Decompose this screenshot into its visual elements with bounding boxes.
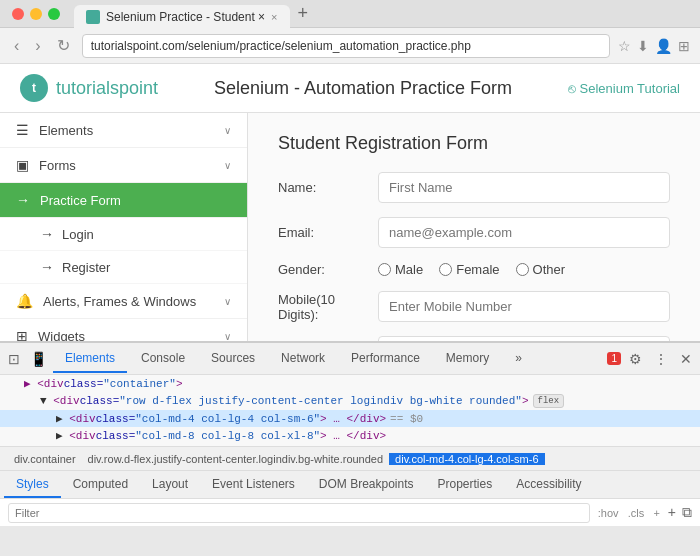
extensions-icon[interactable]: ⊞ — [678, 38, 690, 54]
tab-performance[interactable]: Performance — [339, 345, 432, 373]
breadcrumb-bar: div.container div.row.d-flex.justify-con… — [0, 446, 700, 470]
dollar-eq-badge: == $0 — [390, 413, 423, 425]
tab-elements[interactable]: Elements — [53, 345, 127, 373]
html-tag: <div — [69, 413, 95, 425]
expand-icon: ▶ — [56, 429, 63, 442]
code-line-1[interactable]: ▶ <div class= "container" > — [0, 375, 700, 392]
sidebar-label-forms: Forms — [39, 158, 76, 173]
html-tag: > — [176, 378, 183, 390]
gender-other-radio[interactable] — [516, 263, 529, 276]
close-button[interactable] — [12, 8, 24, 20]
add-rule-icon[interactable]: + — [668, 504, 676, 521]
mobile-input[interactable] — [378, 291, 670, 322]
logo-area: t tutorialspoint — [20, 74, 158, 102]
gender-other-label[interactable]: Other — [516, 262, 566, 277]
tab-favicon — [86, 10, 100, 24]
gender-male-radio[interactable] — [378, 263, 391, 276]
code-line-4[interactable]: ▶ <div class= "col-md-8 col-lg-8 col-xl-… — [0, 427, 700, 444]
browser-tab[interactable]: Selenium Practice - Student × × — [74, 5, 290, 29]
breadcrumb-item-col[interactable]: div.col-md-4.col-lg-4.col-sm-6 — [389, 453, 544, 465]
forward-button[interactable]: › — [31, 35, 44, 57]
back-button[interactable]: ‹ — [10, 35, 23, 57]
name-input[interactable] — [378, 172, 670, 203]
reload-button[interactable]: ↻ — [53, 34, 74, 57]
url-input[interactable] — [82, 34, 610, 58]
tab-console[interactable]: Console — [129, 345, 197, 373]
tab-dom-breakpoints[interactable]: DOM Breakpoints — [307, 472, 426, 498]
main-content: ☰ Elements ∨ ▣ Forms ∨ → Practice Form — [0, 113, 700, 341]
profile-icon[interactable]: 👤 — [655, 38, 672, 54]
address-icons: ☆ ⬇ 👤 ⊞ — [618, 38, 690, 54]
code-line-2[interactable]: ▼ <div class= "row d-flex justify-conten… — [0, 392, 700, 410]
tab-sources[interactable]: Sources — [199, 345, 267, 373]
filter-bar: :hov .cls + + ⧉ — [0, 498, 700, 526]
copy-icon[interactable]: ⧉ — [682, 504, 692, 521]
arrow-icon: → — [40, 259, 54, 275]
tab-close-button[interactable]: × — [271, 11, 277, 23]
html-attr: class= — [80, 395, 120, 407]
gender-female-radio[interactable] — [439, 263, 452, 276]
form-row-name: Name: — [278, 172, 670, 203]
selenium-tutorial-link[interactable]: ⎋ Selenium Tutorial — [568, 81, 680, 96]
inspect-element-icon[interactable]: ⊡ — [4, 347, 24, 371]
breadcrumb-item-row[interactable]: div.row.d-flex.justify-content-center.lo… — [82, 453, 390, 465]
form-row-gender: Gender: Male Female Other — [278, 262, 670, 277]
sidebar-item-elements[interactable]: ☰ Elements ∨ — [0, 113, 247, 148]
sidebar-item-forms[interactable]: ▣ Forms ∨ — [0, 148, 247, 183]
form-title: Student Registration Form — [278, 133, 670, 154]
tab-more[interactable]: » — [503, 345, 534, 373]
sidebar-label-alerts: Alerts, Frames & Windows — [43, 294, 196, 309]
flex-badge: flex — [533, 394, 565, 408]
tab-event-listeners[interactable]: Event Listeners — [200, 472, 307, 498]
filter-icons: + ⧉ — [668, 504, 692, 521]
html-tag: <div — [37, 378, 63, 390]
tab-network[interactable]: Network — [269, 345, 337, 373]
devtools-code-area: ▶ <div class= "container" > ▼ <div class… — [0, 375, 700, 446]
tab-properties[interactable]: Properties — [426, 472, 505, 498]
sidebar-item-alerts[interactable]: 🔔 Alerts, Frames & Windows ∨ — [0, 284, 247, 319]
html-tag: <div — [53, 395, 79, 407]
sidebar-label-login: Login — [62, 227, 94, 242]
tab-styles[interactable]: Styles — [4, 472, 61, 498]
sidebar-item-widgets[interactable]: ⊞ Widgets ∨ — [0, 319, 247, 341]
close-devtools-icon[interactable]: ✕ — [676, 347, 696, 371]
device-toolbar-icon[interactable]: 📱 — [26, 347, 51, 371]
html-val: "container" — [103, 378, 176, 390]
logo-initial: t — [32, 81, 36, 95]
chevron-down-icon: ∨ — [224, 125, 231, 136]
html-attr: class= — [96, 430, 136, 442]
devtools-panel: ⊡ 📱 Elements Console Sources Network Per… — [0, 341, 700, 526]
html-val: "col-md-8 col-lg-8 col-xl-8" — [135, 430, 320, 442]
maximize-button[interactable] — [48, 8, 60, 20]
sidebar-item-register[interactable]: → Register — [0, 251, 247, 284]
html-tag: > … </div> — [320, 413, 386, 425]
sidebar-label-practice-form: Practice Form — [40, 193, 121, 208]
sidebar-label-widgets: Widgets — [38, 329, 85, 342]
settings-icon[interactable]: ⚙ — [625, 347, 646, 371]
email-input[interactable] — [378, 217, 670, 248]
sidebar-item-practice-form[interactable]: → Practice Form — [0, 183, 247, 218]
download-icon[interactable]: ⬇ — [637, 38, 649, 54]
chevron-down-icon: ∨ — [224, 331, 231, 342]
tab-accessibility[interactable]: Accessibility — [504, 472, 593, 498]
tab-layout[interactable]: Layout — [140, 472, 200, 498]
bookmark-icon[interactable]: ☆ — [618, 38, 631, 54]
tab-computed[interactable]: Computed — [61, 472, 140, 498]
gender-male-label[interactable]: Male — [378, 262, 423, 277]
chevron-down-icon: ∨ — [224, 296, 231, 307]
more-options-icon[interactable]: ⋮ — [650, 347, 672, 371]
gender-radio-group: Male Female Other — [378, 262, 565, 277]
html-tag: <div — [69, 430, 95, 442]
minimize-button[interactable] — [30, 8, 42, 20]
code-line-3[interactable]: ▶ <div class= "col-md-4 col-lg-4 col-sm-… — [0, 410, 700, 427]
html-tag: > … </div> — [320, 430, 386, 442]
html-attr: class= — [64, 378, 104, 390]
sidebar-item-login[interactable]: → Login — [0, 218, 247, 251]
breadcrumb-item-container[interactable]: div.container — [8, 453, 82, 465]
filter-input[interactable] — [8, 503, 590, 523]
tab-memory[interactable]: Memory — [434, 345, 501, 373]
gender-female-label[interactable]: Female — [439, 262, 499, 277]
html-tag: ▶ — [24, 377, 31, 390]
html-attr: class= — [96, 413, 136, 425]
new-tab-button[interactable]: + — [290, 3, 317, 24]
